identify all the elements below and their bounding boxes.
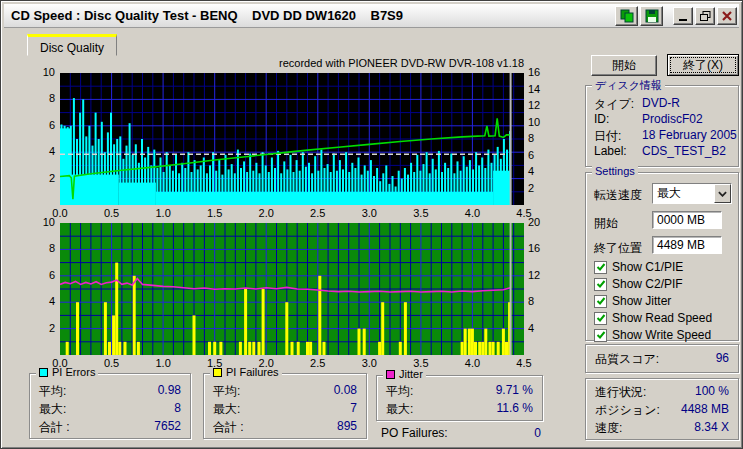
restore-icon [700,11,711,21]
pi-failures-avg-row: 平均:0.08 [213,383,357,400]
axis-tick-label: 1.0 [150,357,176,369]
quality-score-box: 品質スコア: 96 [585,344,739,373]
pi-errors-chart [60,73,524,205]
disc-type-label: タイプ: [594,96,634,113]
axis-tick-label: 10 [29,66,55,78]
axis-tick-label: 0.5 [99,357,125,369]
close-button[interactable] [717,7,737,25]
settings-title: Settings [592,165,638,177]
po-failures-value: 0 [534,426,541,440]
axis-tick-label: 20 [528,216,554,228]
checkbox-show-c2-pif[interactable]: Show C2/PIF [594,277,683,291]
po-failures-label: PO Failures: [381,426,448,440]
title-bar: CD Speed : Disc Quality Test - BENQ DVD … [4,4,739,28]
checkbox-show-read-speed[interactable]: Show Read Speed [594,311,712,325]
jitter-avg-row: 平均:9.71 % [386,383,533,400]
copy-icon [620,9,634,23]
axis-tick-label: 6 [29,269,55,281]
checkbox-checked-icon [594,295,607,308]
axis-tick-label: 4 [29,295,55,307]
pi-errors-total-row: 合計 :7652 [39,419,181,436]
disc-date-label: 日付: [594,128,621,145]
checkbox-checked-icon [594,329,607,342]
axis-tick-label: 6 [29,119,55,131]
tab-disc-quality[interactable]: Disc Quality [27,34,117,56]
axis-tick-label: 4.5 [511,357,537,369]
exit-button[interactable]: 終了(X) [667,54,739,76]
axis-tick-label: 3.0 [356,207,382,219]
axis-tick-label: 4.0 [459,357,485,369]
disc-info-title: ディスク情報 [592,78,665,93]
axis-tick-label: 6 [528,149,554,161]
pi-errors-avg-row: 平均:0.98 [39,383,181,400]
axis-tick-label: 1.5 [202,207,228,219]
maximize-button[interactable] [695,7,715,25]
axis-tick-label: 4 [528,322,554,334]
pi-errors-chart-svg [60,73,524,205]
axis-tick-label: 8 [29,92,55,104]
chart-recorded-with-label: recorded with PIONEER DVD-RW DVR-108 v1.… [201,57,524,69]
quality-score-value: 96 [716,351,729,368]
checkbox-show-jitter[interactable]: Show Jitter [594,294,671,308]
disc-id-value: ProdiscF02 [642,112,703,126]
quality-score-row: 品質スコア: 96 [595,351,729,368]
axis-tick-label: 10 [528,116,554,128]
axis-tick-label: 10 [29,216,55,228]
progress-box: 進行状況:100 % ポジション:4488 MB 速度:8.34 X [585,378,739,440]
start-position-label: 開始 [594,215,618,232]
axis-tick-label: 12 [528,99,554,111]
close-icon [722,11,732,21]
axis-tick-label: 2.0 [253,207,279,219]
disc-id-label: ID: [594,112,609,126]
end-position-label: 終了位置 [594,240,642,257]
quality-score-label: 品質スコア: [595,351,659,368]
disc-label-value: CDS_TEST_B2 [642,144,726,158]
position-row: ポジション:4488 MB [595,402,729,419]
disc-label-label: Label: [594,144,627,158]
jitter-statbox: Jitter 平均:9.71 % 最大:11.6 % [376,375,543,421]
transfer-speed-value: 最大 [653,185,714,202]
copy-icon[interactable] [615,6,638,26]
pi-failures-jitter-chart-svg [60,223,524,355]
axis-tick-label: 2 [29,322,55,334]
pi-failures-total-row: 合計 :895 [213,419,357,436]
axis-tick-label: 2.5 [305,357,331,369]
pi-failures-statbox: PI Failures 平均:0.08 最大:7 合計 :895 [203,373,367,439]
axis-tick-label: 1.5 [202,357,228,369]
checkbox-checked-icon [594,278,607,291]
end-position-field[interactable]: 4489 MB [652,236,722,254]
checkbox-checked-icon [594,261,607,274]
jitter-max-row: 最大:11.6 % [386,401,533,418]
start-position-field[interactable]: 0000 MB [652,211,722,229]
minimize-button[interactable] [673,7,693,25]
axis-tick-label: 12 [528,269,554,281]
axis-tick-label: 14 [528,83,554,95]
disc-type-value: DVD-R [642,96,680,110]
axis-tick-label: 0.5 [99,207,125,219]
axis-tick-label: 4 [29,145,55,157]
application-window: CD Speed : Disc Quality Test - BENQ DVD … [0,0,743,449]
save-icon [645,9,659,23]
pi-errors-max-row: 最大:8 [39,401,181,418]
disc-date-value: 18 February 2005 [642,128,737,142]
minimize-icon [679,19,687,21]
axis-tick-label: 16 [528,66,554,78]
axis-tick-label: 4 [528,165,554,177]
window-title: CD Speed : Disc Quality Test - BENQ DVD … [11,8,403,23]
checkbox-show-write-speed[interactable]: Show Write Speed [594,328,711,342]
axis-tick-label: 8 [528,295,554,307]
axis-tick-label: 16 [528,242,554,254]
axis-tick-label: 2 [528,182,554,194]
start-button[interactable]: 開始 [591,55,657,76]
jitter-title: Jitter [399,368,423,380]
save-icon[interactable] [640,6,663,26]
checkbox-checked-icon [594,312,607,325]
axis-tick-label: 8 [528,132,554,144]
pi-errors-statbox: PI Errors 平均:0.98 最大:8 合計 :7652 [29,373,191,439]
tab-label: Disc Quality [40,41,104,55]
checkbox-show-c1-pie[interactable]: Show C1/PIE [594,260,683,274]
transfer-speed-select[interactable]: 最大 [652,183,732,204]
disc-info-group: ディスク情報 タイプ: DVD-R ID: ProdiscF02 日付: 18 … [585,85,739,167]
axis-tick-label: 3.5 [408,207,434,219]
axis-tick-label: 2 [29,172,55,184]
